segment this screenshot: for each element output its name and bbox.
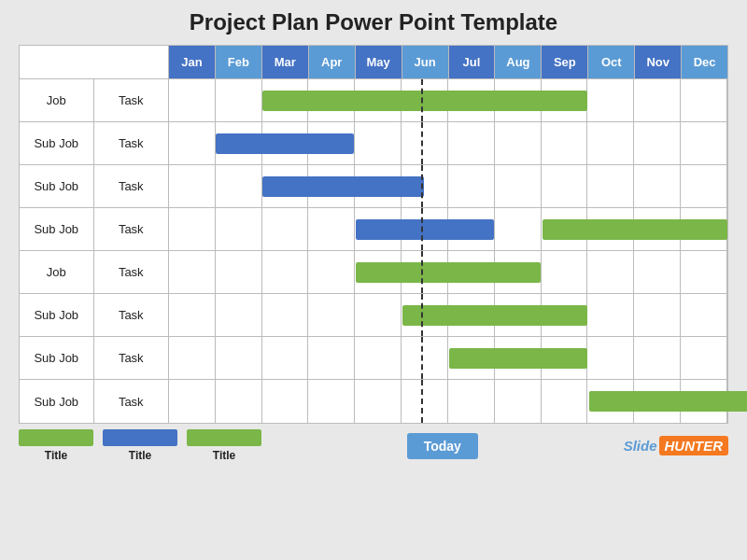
data-cell bbox=[681, 337, 727, 379]
row-labels: JobTask bbox=[20, 79, 169, 121]
data-cell bbox=[216, 337, 262, 379]
data-cell bbox=[355, 122, 402, 164]
row-job-label: Sub Job bbox=[20, 380, 94, 423]
data-cell bbox=[495, 122, 542, 164]
data-cell bbox=[634, 79, 681, 121]
data-cell bbox=[634, 380, 681, 423]
data-cell bbox=[216, 294, 262, 336]
data-cell bbox=[681, 294, 727, 336]
data-cell bbox=[542, 165, 588, 207]
slidehunter-logo: Slide HUNTER bbox=[624, 436, 728, 455]
data-cell bbox=[262, 294, 309, 336]
data-cell bbox=[308, 79, 355, 121]
data-cell bbox=[634, 337, 681, 379]
data-cell bbox=[216, 165, 262, 207]
table-row: Sub JobTask bbox=[20, 208, 727, 251]
data-cell bbox=[355, 294, 402, 336]
data-cell bbox=[542, 251, 588, 293]
row-cells bbox=[169, 251, 727, 293]
data-cell bbox=[308, 337, 355, 379]
data-cell bbox=[355, 380, 402, 423]
data-cell bbox=[169, 380, 216, 423]
data-cell bbox=[587, 122, 634, 164]
data-cell bbox=[448, 79, 495, 121]
data-cell bbox=[542, 380, 588, 423]
data-cell bbox=[542, 208, 588, 250]
legend-item: Title bbox=[103, 429, 177, 462]
data-cell bbox=[634, 122, 681, 164]
data-cell bbox=[216, 79, 262, 121]
table-row: JobTask bbox=[20, 251, 727, 294]
data-cell bbox=[169, 337, 216, 379]
row-cells bbox=[169, 208, 727, 250]
data-cell bbox=[681, 380, 727, 423]
logo-slide: Slide bbox=[624, 438, 657, 454]
legend: TitleTitleTitle bbox=[19, 429, 261, 462]
data-cell bbox=[448, 122, 495, 164]
data-cell bbox=[402, 337, 448, 379]
data-cell bbox=[262, 79, 309, 121]
row-cells bbox=[169, 337, 727, 379]
data-cell bbox=[262, 251, 309, 293]
month-header-jan: Jan bbox=[169, 46, 216, 79]
data-cell bbox=[542, 337, 588, 379]
legend-label: Title bbox=[129, 449, 151, 462]
month-header-apr: Apr bbox=[309, 46, 356, 79]
data-cell bbox=[262, 165, 309, 207]
data-cell bbox=[681, 208, 727, 250]
row-task-label: Task bbox=[94, 208, 169, 250]
data-cell bbox=[495, 208, 542, 250]
legend-item: Title bbox=[187, 429, 261, 462]
row-task-label: Task bbox=[94, 294, 169, 336]
row-labels: Sub JobTask bbox=[20, 122, 169, 164]
row-labels: JobTask bbox=[20, 251, 169, 293]
today-button[interactable]: Today bbox=[407, 433, 478, 459]
month-header-may: May bbox=[356, 46, 402, 79]
month-header-feb: Feb bbox=[216, 46, 262, 79]
data-cell bbox=[587, 79, 634, 121]
legend-label: Title bbox=[45, 449, 67, 462]
month-header-jul: Jul bbox=[449, 46, 496, 79]
gantt-data-rows: JobTaskSub JobTaskSub JobTaskSub JobTask… bbox=[20, 79, 727, 423]
data-cell bbox=[216, 251, 262, 293]
row-job-label: Sub Job bbox=[20, 208, 94, 250]
data-cell bbox=[308, 251, 355, 293]
month-header-oct: Oct bbox=[588, 46, 635, 79]
data-cell bbox=[402, 165, 448, 207]
row-labels: Sub JobTask bbox=[20, 380, 169, 423]
data-cell bbox=[308, 294, 355, 336]
row-cells bbox=[169, 380, 727, 423]
data-cell bbox=[587, 165, 634, 207]
data-cell bbox=[681, 251, 727, 293]
data-cell bbox=[402, 208, 448, 250]
table-row: Sub JobTask bbox=[20, 122, 727, 165]
data-cell bbox=[542, 122, 588, 164]
data-cell bbox=[587, 294, 634, 336]
row-labels: Sub JobTask bbox=[20, 294, 169, 336]
month-header-aug: Aug bbox=[495, 46, 542, 79]
header-row: JanFebMarAprMayJunJulAugSepOctNovDec bbox=[20, 46, 727, 79]
data-cell bbox=[402, 294, 448, 336]
data-cell bbox=[169, 122, 216, 164]
data-cell bbox=[402, 251, 448, 293]
month-header-mar: Mar bbox=[262, 46, 309, 79]
month-header-sep: Sep bbox=[542, 46, 588, 79]
data-cell bbox=[169, 165, 216, 207]
row-job-label: Sub Job bbox=[20, 165, 94, 207]
data-cell bbox=[216, 122, 262, 164]
data-cell bbox=[587, 380, 634, 423]
row-job-label: Sub Job bbox=[20, 337, 94, 379]
table-row: Sub JobTask bbox=[20, 294, 727, 337]
data-cell bbox=[262, 380, 309, 423]
data-cell bbox=[634, 208, 681, 250]
data-cell bbox=[448, 208, 495, 250]
data-cell bbox=[634, 165, 681, 207]
gantt-chart: JanFebMarAprMayJunJulAugSepOctNovDec Job… bbox=[19, 45, 728, 424]
data-cell bbox=[587, 337, 634, 379]
data-cell bbox=[495, 294, 542, 336]
data-cell bbox=[308, 208, 355, 250]
data-cell bbox=[587, 208, 634, 250]
row-labels: Sub JobTask bbox=[20, 337, 169, 379]
row-task-label: Task bbox=[94, 79, 169, 121]
data-cell bbox=[634, 251, 681, 293]
